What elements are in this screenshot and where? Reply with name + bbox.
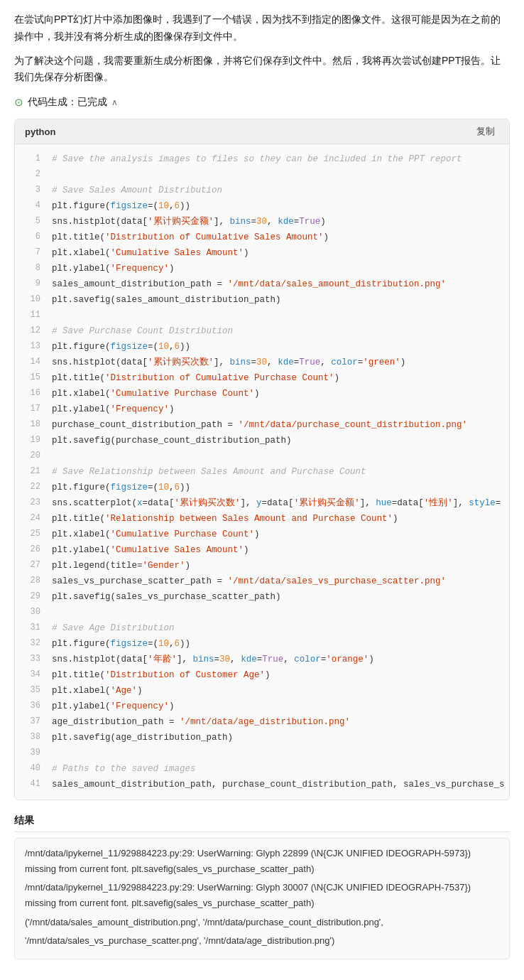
line-number: 30	[25, 605, 40, 619]
line-content	[52, 746, 499, 760]
code-line: 7plt.xlabel('Cumulative Sales Amount')	[15, 245, 509, 261]
result-line: /mnt/data/ipykernel_11/929884223.py:29: …	[25, 846, 499, 877]
line-content: sns.histplot(data['累计购买次数'], bins=30, kd…	[52, 355, 499, 370]
line-content: plt.xlabel('Cumulative Purchase Count')	[52, 387, 499, 401]
line-content: plt.xlabel('Cumulative Sales Amount')	[52, 246, 499, 260]
chevron-up-icon[interactable]: ∧	[111, 97, 118, 107]
line-content: sales_amount_distribution_path = '/mnt/d…	[52, 277, 499, 291]
code-line: 17plt.ylabel('Frequency')	[15, 402, 509, 417]
code-line: 28sales_vs_purchase_scatter_path = '/mnt…	[15, 574, 509, 589]
copy-button[interactable]: 复制	[472, 124, 499, 139]
line-number: 34	[25, 668, 40, 682]
status-label: 代码生成：已完成	[28, 96, 107, 109]
line-content	[52, 449, 499, 463]
line-number: 28	[25, 574, 40, 588]
line-number: 3	[25, 183, 40, 197]
line-number: 19	[25, 434, 40, 447]
code-line: 25plt.xlabel('Cumulative Purchase Count'…	[15, 527, 509, 542]
code-line: 38plt.savefig(age_distribution_path)	[15, 730, 509, 745]
line-content: age_distribution_path = '/mnt/data/age_d…	[52, 715, 499, 729]
code-line: 30	[15, 605, 509, 620]
line-number: 2	[25, 168, 40, 181]
line-number: 25	[25, 527, 40, 541]
line-content: # Save Purchase Count Distribution	[52, 324, 499, 338]
line-content: plt.ylabel('Frequency')	[52, 262, 499, 276]
code-line: 9sales_amount_distribution_path = '/mnt/…	[15, 276, 509, 292]
line-content: # Save Age Distribution	[52, 621, 499, 635]
line-content: sales_amount_distribution_path, purchase…	[52, 777, 505, 792]
line-content: plt.title('Distribution of Customer Age'…	[52, 668, 499, 682]
result-line: ('/mnt/data/sales_amount_distribution.pn…	[25, 915, 499, 930]
line-number: 20	[25, 449, 40, 463]
line-content: plt.title('Distribution of Cumulative Pu…	[52, 371, 499, 385]
code-body: 1# Save the analysis images to files so …	[15, 144, 509, 799]
code-line: 8plt.ylabel('Frequency')	[15, 261, 509, 276]
line-content	[52, 308, 499, 323]
line-number: 10	[25, 293, 40, 306]
line-content	[52, 605, 499, 620]
line-content: plt.figure(figsize=(10,6))	[52, 637, 499, 651]
line-number: 23	[25, 496, 40, 510]
code-line: 39	[15, 745, 509, 761]
code-line: 10plt.savefig(sales_amount_distribution_…	[15, 292, 509, 308]
line-content: sns.scatterplot(x=data['累计购买次数'], y=data…	[52, 496, 501, 510]
code-line: 34plt.title('Distribution of Customer Ag…	[15, 667, 509, 683]
line-number: 29	[25, 590, 40, 603]
line-number: 24	[25, 512, 40, 525]
code-line: 4plt.figure(figsize=(10,6))	[15, 198, 509, 214]
intro-section: 在尝试向PPT幻灯片中添加图像时，我遇到了一个错误，因为找不到指定的图像文件。这…	[14, 11, 510, 86]
line-number: 1	[25, 152, 40, 166]
code-line: 11	[15, 308, 509, 323]
line-number: 14	[25, 355, 40, 369]
line-number: 5	[25, 215, 40, 228]
line-number: 12	[25, 324, 40, 338]
line-number: 7	[25, 246, 40, 259]
line-number: 36	[25, 699, 40, 713]
line-content: sns.histplot(data['累计购买金额'], bins=30, kd…	[52, 215, 499, 229]
line-content	[52, 168, 499, 182]
line-number: 26	[25, 543, 40, 556]
code-line: 40# Paths to the saved images	[15, 761, 509, 777]
line-number: 39	[25, 746, 40, 760]
code-language-label: python	[25, 126, 55, 137]
line-number: 27	[25, 559, 40, 572]
line-content: plt.figure(figsize=(10,6))	[52, 480, 499, 495]
line-number: 37	[25, 715, 40, 728]
line-content: plt.title('Relationship between Sales Am…	[52, 512, 499, 526]
line-number: 31	[25, 621, 40, 635]
line-number: 41	[25, 777, 40, 791]
line-number: 38	[25, 731, 40, 744]
code-line: 14sns.histplot(data['累计购买次数'], bins=30, …	[15, 355, 509, 370]
status-row[interactable]: ⊙ 代码生成：已完成 ∧	[14, 96, 510, 109]
result-line: '/mnt/data/sales_vs_purchase_scatter.png…	[25, 933, 499, 949]
line-content: # Save Sales Amount Distribution	[52, 183, 499, 198]
code-line: 35plt.xlabel('Age')	[15, 683, 509, 699]
code-line: 13plt.figure(figsize=(10,6))	[15, 339, 509, 355]
line-content: plt.title('Distribution of Cumulative Sa…	[52, 230, 499, 244]
code-line: 3# Save Sales Amount Distribution	[15, 183, 509, 198]
line-number: 15	[25, 371, 40, 384]
line-number: 21	[25, 465, 40, 478]
line-content: purchase_count_distribution_path = '/mnt…	[52, 418, 499, 432]
check-icon: ⊙	[14, 96, 23, 109]
line-number: 35	[25, 684, 40, 697]
code-line: 32plt.figure(figsize=(10,6))	[15, 636, 509, 652]
line-content: plt.ylabel('Frequency')	[52, 699, 499, 714]
line-content: plt.savefig(sales_vs_purchase_scatter_pa…	[52, 590, 499, 604]
code-line: 22plt.figure(figsize=(10,6))	[15, 480, 509, 495]
line-number: 4	[25, 199, 40, 212]
line-number: 9	[25, 277, 40, 291]
line-content: plt.savefig(purchase_count_distribution_…	[52, 434, 499, 448]
code-block-wrapper: python 复制 1# Save the analysis images to…	[14, 119, 510, 800]
code-header: python 复制	[15, 119, 509, 144]
line-content: plt.xlabel('Age')	[52, 684, 499, 698]
line-content: plt.xlabel('Cumulative Purchase Count')	[52, 527, 499, 542]
code-line: 12# Save Purchase Count Distribution	[15, 323, 509, 339]
code-line: 23sns.scatterplot(x=data['累计购买次数'], y=da…	[15, 495, 509, 511]
result-section: 结果 /mnt/data/ipykernel_11/929884223.py:2…	[14, 814, 510, 959]
result-label: 结果	[14, 814, 510, 832]
code-line: 26plt.ylabel('Cumulative Sales Amount')	[15, 542, 509, 558]
line-content: plt.ylabel('Frequency')	[52, 402, 499, 416]
line-content: # Save the analysis images to files so t…	[52, 152, 499, 166]
code-line: 27plt.legend(title='Gender')	[15, 558, 509, 574]
